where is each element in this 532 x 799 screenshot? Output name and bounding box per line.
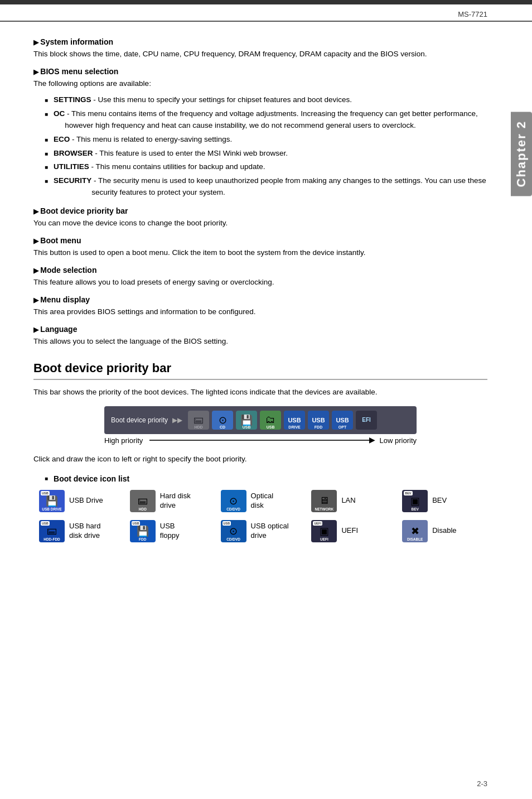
dev-icon-efi[interactable]: EFI: [356, 411, 377, 430]
top-bar: [0, 0, 532, 4]
icon-item: ▣BEVBEVBEV: [402, 490, 487, 512]
device-icons-row: 🖴 HDD ⊙ CD 💾 USB 🗂 USB USB DRIVE: [188, 411, 377, 430]
dev-icon-usb3[interactable]: USB OPT: [332, 411, 353, 430]
bios-menu-heading: BIOS menu selection: [33, 67, 487, 76]
chapter-tab: Chapter 2: [511, 112, 532, 196]
icon-item: ⊙CD/DVDOptical disk: [221, 490, 306, 512]
menu-display-text: This area provides BIOS settings and inf…: [33, 306, 487, 318]
icon-grid: 💾USBUSB DRIVEUSB Drive🖴HDDHard disk driv…: [39, 490, 487, 542]
icon-item: ⊙USBCD/DVDUSB optical drive: [221, 520, 306, 542]
click-instruction: Click and draw the icon to left or right…: [33, 454, 487, 465]
mode-selection-heading: Mode selection: [33, 266, 487, 275]
bios-menu-list: SETTINGS - Use this menu to specify your…: [45, 93, 487, 200]
priority-bar[interactable]: Boot device priority ▶▶ 🖴 HDD ⊙ CD 💾 USB…: [104, 406, 417, 434]
menu-display-heading: Menu display: [33, 295, 487, 304]
list-item: BROWSER - This feature is used to enter …: [45, 147, 487, 161]
mode-selection-text: This feature allows you to load presets …: [33, 277, 487, 288]
boot-priority-section-title: Boot device priority bar: [33, 361, 487, 380]
dev-icon-hdd-gray[interactable]: 🖴 HDD: [188, 411, 209, 430]
boot-priority-bar-ref-heading: Boot device priority bar: [33, 206, 487, 215]
priority-bar-arrows: ▶▶: [172, 416, 182, 424]
priority-arrow-row: High priority Low priority: [104, 436, 417, 445]
icon-item: 🖴USBHDD-FDDUSB hard disk drive: [39, 520, 124, 542]
system-info-heading: System information: [33, 37, 487, 46]
dev-icon-removable[interactable]: 🗂 USB: [260, 411, 281, 430]
priority-bar-label: Boot device priority: [111, 416, 168, 424]
priority-arrow-line: [149, 440, 369, 441]
main-content: System information This block shows the …: [0, 22, 532, 553]
boot-priority-description: This bar shows the priority of the boot …: [33, 387, 487, 398]
low-priority-label: Low priority: [380, 436, 417, 445]
icon-item: 💾USBFDDUSB floppy: [130, 520, 215, 542]
list-item: UTILITIES - This menu contains utilities…: [45, 160, 487, 174]
header-model: MS-7721: [0, 4, 532, 22]
boot-priority-bar-ref-text: You can move the device icons to change …: [33, 218, 487, 229]
icon-item: ✖DISABLEDisable: [402, 520, 487, 542]
language-text: This allows you to select the language o…: [33, 336, 487, 348]
boot-icon-list-title: Boot device icon list: [45, 474, 487, 483]
dev-icon-usb1[interactable]: USB DRIVE: [284, 411, 305, 430]
list-item: OC - This menu contains items of the fre…: [45, 107, 487, 133]
dev-icon-usb-drive[interactable]: 💾 USB: [236, 411, 257, 430]
boot-icon-list: Boot device icon list 💾USBUSB DRIVEUSB D…: [33, 474, 487, 542]
page-footer: 2-3: [477, 779, 487, 788]
boot-menu-text: This button is used to open a boot menu.…: [33, 247, 487, 259]
icon-item: 🖴HDDHard disk drive: [130, 490, 215, 512]
list-item: SETTINGS - Use this menu to specify your…: [45, 93, 487, 107]
list-item: ECO - This menu is related to energy-sav…: [45, 133, 487, 147]
icon-item: ▣UEFIUEFIUEFI: [311, 520, 396, 542]
bios-menu-intro: The following options are available:: [33, 78, 487, 90]
dev-icon-optical[interactable]: ⊙ CD: [212, 411, 233, 430]
system-info-text: This block shows the time, date, CPU nam…: [33, 49, 487, 60]
language-heading: Language: [33, 325, 487, 334]
icon-item: 💾USBUSB DRIVEUSB Drive: [39, 490, 124, 512]
icon-item: 🖥NETWORKLAN: [311, 490, 396, 512]
high-priority-label: High priority: [104, 436, 143, 445]
boot-menu-heading: Boot menu: [33, 236, 487, 245]
list-item: SECURITY - The security menu is used to …: [45, 174, 487, 200]
dev-icon-usb2[interactable]: USB FDD: [308, 411, 329, 430]
